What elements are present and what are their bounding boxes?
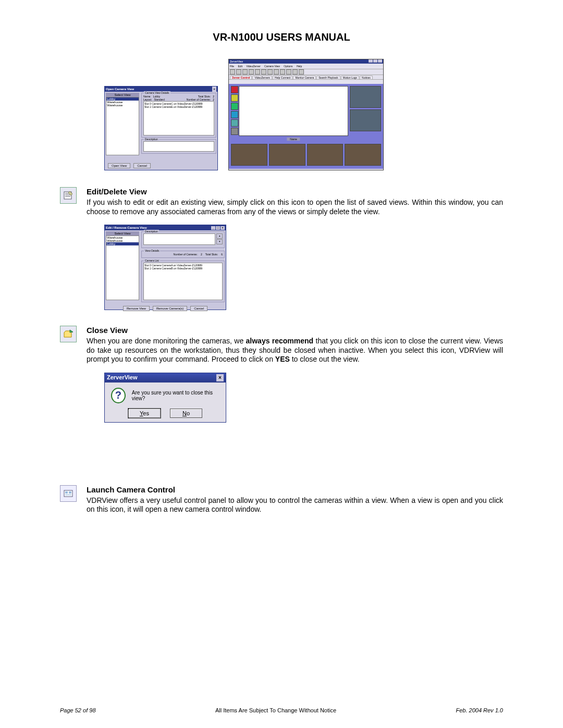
camera-list[interactable]: Slot 0 Camera CameraA on VideoZerver-Z12… xyxy=(143,263,223,300)
tab[interactable]: Motion Logs xyxy=(341,76,359,79)
view-list[interactable]: Lobby Warehouse Warehouse xyxy=(106,97,139,155)
edit-view-icon xyxy=(60,187,77,204)
description-box xyxy=(143,141,214,152)
thumbnail[interactable] xyxy=(350,86,381,108)
window-title: ZerverView xyxy=(230,59,243,64)
edit-view-heading: Edit/Delete View xyxy=(87,187,503,196)
open-view-button[interactable]: Open View xyxy=(108,163,130,168)
close-view-heading: Close View xyxy=(87,326,503,335)
thumbnail[interactable] xyxy=(269,144,305,166)
camera-list: Slot 0 Camera CameraC on VideoZerver-Z12… xyxy=(143,101,214,135)
select-view-header: Select View xyxy=(106,93,139,97)
menu-videozerver[interactable]: VideoZerver xyxy=(246,65,260,68)
zerverview-main-window: ZerverView File Edit VideoZerver Camera … xyxy=(228,59,384,170)
side-toolbar[interactable] xyxy=(231,86,237,136)
dialog-title: ZerverView xyxy=(107,374,138,381)
list-item: Slot 1 Camera CameraE on VideoZerver-Z12… xyxy=(144,105,213,108)
menu-help[interactable]: Help xyxy=(297,65,302,68)
thumbnail[interactable] xyxy=(231,144,267,166)
menu-bar[interactable]: File Edit VideoZerver Camera View Option… xyxy=(229,64,383,69)
launch-camera-text: VDRView offers a very useful control pan… xyxy=(87,496,503,514)
status-bar xyxy=(229,169,383,170)
num-cameras-label: Number of Cameras: xyxy=(174,253,198,256)
close-icon[interactable]: × xyxy=(221,226,225,230)
tab[interactable]: Notices xyxy=(360,76,373,79)
question-icon: ? xyxy=(111,388,126,403)
list-item[interactable]: Slot 1 Camera CameraB on VideoZerver-Z12… xyxy=(144,267,222,270)
sub-toolbar xyxy=(229,80,383,84)
num-cameras-label: Number of Cameras: xyxy=(187,98,211,101)
list-item[interactable]: Warehouse xyxy=(106,104,139,107)
minimize-icon[interactable]: _ xyxy=(211,226,215,230)
yes-button[interactable]: Yes xyxy=(128,409,161,418)
edit-view-text: If you wish to edit or edit an existing … xyxy=(87,198,503,216)
edit-remove-dialog: Edit / Remove Camera View _□× Select Vie… xyxy=(104,225,226,310)
layout-label: Layout: xyxy=(143,98,152,101)
menu-edit[interactable]: Edit xyxy=(238,65,242,68)
view-list[interactable]: Warehouse Warehouse Lobby xyxy=(106,236,139,300)
footer-page: Page 52 of 98 xyxy=(60,707,96,713)
confirm-close-dialog: ZerverView × ? Are you sure you want to … xyxy=(104,373,226,423)
launch-camera-control-icon xyxy=(60,485,77,502)
maximize-icon[interactable]: □ xyxy=(216,226,220,230)
svg-rect-4 xyxy=(65,494,71,496)
svg-rect-3 xyxy=(69,491,71,493)
menu-cameraview[interactable]: Camera View xyxy=(264,65,280,68)
total-slots-value: 6 xyxy=(221,253,223,256)
menu-options[interactable]: Options xyxy=(284,65,292,68)
menu-file[interactable]: File xyxy=(230,65,234,68)
footer-rev: Feb. 2004 Rev 1.0 xyxy=(456,707,503,713)
tab[interactable]: Search Playback xyxy=(316,76,340,79)
dialog-title: Open Camera View xyxy=(106,87,134,92)
no-button[interactable]: No xyxy=(170,409,202,418)
layout-value: Standard xyxy=(154,98,164,101)
description-legend: Description xyxy=(144,138,159,141)
description-legend: Description xyxy=(144,230,159,233)
description-box xyxy=(143,233,215,245)
main-viewport: Name xyxy=(239,86,348,136)
window-controls[interactable] xyxy=(368,59,382,64)
tab[interactable]: Monitor Camera xyxy=(293,76,316,79)
close-view-text: When you are done monitoring the cameras… xyxy=(87,337,503,364)
select-view-header: Select View xyxy=(106,231,139,236)
remove-cameras-button[interactable]: Remove Camera(s) xyxy=(153,306,187,311)
page-title: VR-N100U USERS MANUAL xyxy=(60,31,503,43)
scroll-down-icon[interactable]: ▾ xyxy=(216,239,223,244)
close-view-icon xyxy=(60,326,77,342)
tab-bar[interactable]: Zerver Control VideoZervers Help Connect… xyxy=(229,75,383,80)
dialog-title: Edit / Remove Camera View xyxy=(106,225,147,230)
toolbar[interactable] xyxy=(229,69,383,75)
num-cameras-value: 2 xyxy=(213,98,214,101)
thumbnail[interactable] xyxy=(350,109,381,131)
tab[interactable]: VideoZervers xyxy=(252,76,272,79)
close-icon[interactable]: × xyxy=(212,87,216,92)
svg-rect-2 xyxy=(65,491,68,493)
remove-view-button[interactable]: Remove View xyxy=(123,306,150,311)
open-camera-view-dialog: Open Camera View × Select View Lobby War… xyxy=(104,86,218,170)
camera-list-legend: Camera List xyxy=(144,259,160,262)
confirm-message: Are you sure you want to close this view… xyxy=(132,390,219,401)
close-icon[interactable]: × xyxy=(216,374,224,381)
list-item[interactable]: Lobby xyxy=(106,242,139,245)
cancel-button[interactable]: Cancel xyxy=(133,163,151,168)
launch-camera-heading: Launch Camera Control xyxy=(87,485,503,494)
thumbnail[interactable] xyxy=(307,144,344,166)
num-cameras-value: 2 xyxy=(201,253,202,256)
viewport-label: Name xyxy=(287,138,300,141)
cancel-button[interactable]: Cancel xyxy=(190,306,207,311)
footer-notice: All Items Are Subject To Change Without … xyxy=(215,707,336,713)
total-slots-label: Total Slots: xyxy=(205,253,218,256)
view-details-legend: View Details xyxy=(144,249,160,252)
tab[interactable]: Help Connect xyxy=(273,76,292,79)
tab[interactable]: Zerver Control xyxy=(230,76,252,79)
thumbnail[interactable] xyxy=(345,144,381,166)
scroll-up-icon[interactable]: ▴ xyxy=(216,233,223,239)
details-legend: Camera View Details xyxy=(144,91,170,94)
